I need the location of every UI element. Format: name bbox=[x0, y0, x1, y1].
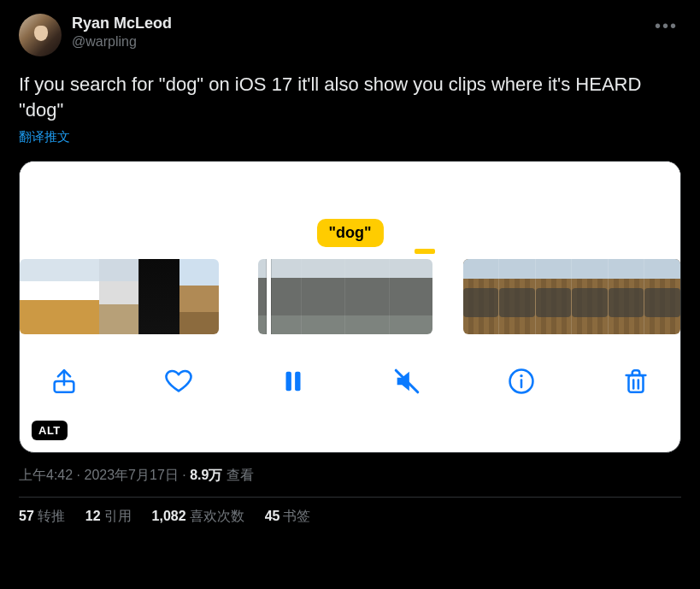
media-card[interactable]: "dog" bbox=[19, 161, 681, 453]
likes-stat[interactable]: 1,082喜欢次数 bbox=[152, 508, 244, 526]
clip-frame bbox=[389, 259, 432, 334]
clip-frame bbox=[179, 259, 219, 334]
mute-button[interactable] bbox=[386, 361, 427, 402]
alt-badge[interactable]: ALT bbox=[32, 421, 68, 440]
avatar[interactable] bbox=[19, 14, 62, 56]
retweets-stat[interactable]: 57转推 bbox=[19, 508, 65, 526]
info-icon bbox=[507, 367, 536, 396]
username: @warpling bbox=[72, 33, 651, 50]
video-timeline[interactable] bbox=[20, 254, 680, 339]
display-name: Ryan McLeod bbox=[72, 14, 651, 33]
tweet-date: 2023年7月17日 bbox=[84, 468, 178, 482]
clip-frame bbox=[138, 259, 179, 334]
name-block[interactable]: Ryan McLeod @warpling bbox=[72, 14, 651, 50]
clip-frame bbox=[99, 259, 138, 334]
share-button[interactable] bbox=[44, 361, 85, 402]
clip-group-3[interactable] bbox=[463, 259, 680, 334]
translate-link[interactable]: 翻译推文 bbox=[19, 129, 681, 145]
heart-icon bbox=[164, 367, 193, 396]
tweet-meta[interactable]: 上午4:42 · 2023年7月17日 · 8.9万 查看 bbox=[19, 467, 681, 485]
bookmarks-stat[interactable]: 45书签 bbox=[265, 508, 311, 526]
clip-frame bbox=[463, 259, 499, 334]
clip-group-1[interactable] bbox=[20, 259, 219, 334]
clip-frame bbox=[344, 259, 388, 334]
search-term-pill: "dog" bbox=[316, 219, 383, 247]
share-icon bbox=[50, 367, 79, 396]
info-button[interactable] bbox=[501, 361, 542, 402]
like-button[interactable] bbox=[158, 361, 199, 402]
views-count: 8.9万 bbox=[190, 468, 222, 482]
divider bbox=[19, 497, 681, 498]
match-marker bbox=[415, 249, 435, 254]
playhead[interactable] bbox=[267, 259, 271, 334]
clip-frame bbox=[59, 259, 98, 334]
clip-frame bbox=[608, 259, 644, 334]
delete-button[interactable] bbox=[615, 361, 656, 402]
tweet-text: If you search for "dog" on iOS 17 it'll … bbox=[19, 72, 681, 122]
svg-rect-2 bbox=[295, 372, 300, 392]
more-button[interactable]: ••• bbox=[651, 14, 681, 38]
clip-frame bbox=[20, 259, 59, 334]
media-toolbar bbox=[20, 339, 680, 423]
svg-rect-1 bbox=[285, 372, 291, 392]
media-header-area: "dog" bbox=[20, 162, 680, 254]
tweet-header: Ryan McLeod @warpling ••• bbox=[19, 14, 681, 56]
tweet-container: Ryan McLeod @warpling ••• If you search … bbox=[0, 0, 700, 534]
clip-frame bbox=[571, 259, 608, 334]
clip-group-2[interactable] bbox=[258, 259, 432, 334]
clip-frame bbox=[498, 259, 535, 334]
clip-frame bbox=[644, 259, 680, 334]
svg-point-6 bbox=[520, 374, 522, 377]
clip-frame bbox=[535, 259, 572, 334]
pause-icon bbox=[279, 367, 308, 396]
trash-icon bbox=[621, 367, 650, 396]
speaker-slash-icon bbox=[392, 367, 421, 396]
clip-frame bbox=[258, 259, 301, 334]
tweet-stats: 57转推 12引用 1,082喜欢次数 45书签 bbox=[19, 508, 681, 526]
views-label: 查看 bbox=[222, 468, 253, 482]
tweet-time: 上午4:42 bbox=[19, 468, 73, 482]
svg-rect-7 bbox=[628, 375, 643, 392]
clip-frame bbox=[301, 259, 344, 334]
quotes-stat[interactable]: 12引用 bbox=[85, 508, 132, 526]
pause-button[interactable] bbox=[273, 361, 314, 402]
